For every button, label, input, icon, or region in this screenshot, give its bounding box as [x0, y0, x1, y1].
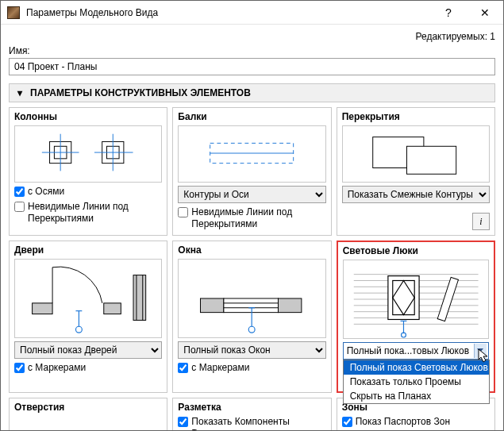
- chk-show-markup-box[interactable]: [178, 417, 188, 427]
- svg-point-33: [249, 326, 256, 333]
- card-doors: Двери: [9, 241, 167, 393]
- svg-rect-25: [279, 298, 302, 313]
- card-title: Отверстия: [14, 402, 162, 413]
- card-title: Перекрытия: [342, 111, 490, 122]
- card-columns: Колонны: [9, 107, 167, 236]
- skylights-combo-wrap: Полный пока...товых Люков Полный показ С…: [343, 342, 489, 360]
- chk-with-axes[interactable]: с Осями: [14, 186, 162, 198]
- dialog-content: Редактируемых: 1 Имя: ▾ ПАРАМЕТРЫ КОНСТР…: [1, 25, 503, 430]
- doors-combo[interactable]: Полный показ Дверей: [14, 341, 162, 359]
- card-beams: Балки Контуры и Оси Невидимые Линии под …: [172, 107, 331, 236]
- chevron-down-icon: ▾: [14, 87, 25, 98]
- chk-markers-doors-box[interactable]: [14, 363, 25, 373]
- svg-point-23: [75, 326, 82, 333]
- editable-count: Редактируемых: 1: [9, 29, 495, 45]
- window-title: Параметры Модельного Вида: [26, 7, 430, 18]
- svg-rect-14: [133, 275, 146, 321]
- windows-preview: [178, 259, 325, 338]
- name-input[interactable]: [9, 58, 495, 75]
- columns-preview: [14, 125, 162, 183]
- chk-hidden-lines-beams[interactable]: Невидимые Линии под Перекрытиями: [178, 206, 325, 230]
- card-title: Балки: [178, 111, 325, 122]
- svg-rect-28: [224, 298, 279, 313]
- app-icon: [7, 6, 20, 19]
- section-title: ПАРАМЕТРЫ КОНСТРУКТИВНЫХ ЭЛЕМЕНТОВ: [30, 87, 251, 98]
- card-title: Разметка: [178, 402, 325, 413]
- titlebar: Параметры Модельного Вида ? ✕: [1, 1, 503, 25]
- chk-with-axes-box[interactable]: [14, 187, 25, 197]
- svg-rect-13: [104, 303, 121, 314]
- svg-rect-11: [406, 146, 456, 174]
- chk-zone-stamps-box[interactable]: [342, 417, 352, 427]
- skylights-preview: [343, 260, 489, 339]
- skylights-combo[interactable]: Полный пока...товых Люков: [343, 342, 489, 360]
- chk-zone-stamps[interactable]: Показ Паспортов Зон: [342, 416, 490, 428]
- chk-markers-windows[interactable]: с Маркерами: [178, 362, 325, 374]
- chevron-down-icon: [474, 344, 487, 358]
- card-markup: Разметка Показать Компоненты Разметки: [172, 398, 331, 430]
- chk-hidden-lines-beams-box[interactable]: [178, 207, 188, 217]
- skylights-dropdown: Полный показ Световых Люков Показать тол…: [343, 360, 490, 404]
- chk-hidden-lines-columns[interactable]: Невидимые Линии под Перекрытиями: [14, 201, 162, 225]
- chk-hidden-lines-columns-box[interactable]: [14, 202, 25, 212]
- card-title: Световые Люки: [343, 245, 489, 256]
- card-openings: Отверстия: [9, 398, 167, 430]
- beams-combo[interactable]: Контуры и Оси: [178, 186, 325, 203]
- chk-markers-windows-box[interactable]: [178, 363, 188, 373]
- chk-show-markup[interactable]: Показать Компоненты Разметки: [178, 416, 325, 430]
- slabs-preview: [342, 125, 490, 183]
- info-button[interactable]: i: [472, 213, 490, 230]
- dropdown-item[interactable]: Скрыть на Планах: [344, 389, 489, 403]
- dialog-window: Параметры Модельного Вида ? ✕ Редактируе…: [0, 0, 504, 431]
- name-label: Имя:: [9, 45, 495, 56]
- svg-marker-50: [477, 348, 483, 352]
- section-header[interactable]: ▾ ПАРАМЕТРЫ КОНСТРУКТИВНЫХ ЭЛЕМЕНТОВ: [9, 83, 495, 102]
- cards-grid: Колонны: [9, 107, 495, 430]
- close-button[interactable]: ✕: [467, 1, 503, 25]
- svg-rect-24: [201, 298, 224, 313]
- card-windows: Окна: [172, 241, 331, 393]
- help-button[interactable]: ?: [430, 1, 467, 25]
- svg-rect-12: [33, 303, 52, 314]
- chk-markers-doors[interactable]: с Маркерами: [14, 362, 162, 374]
- windows-combo[interactable]: Полный показ Окон: [178, 341, 325, 359]
- beams-preview: [178, 125, 325, 183]
- dropdown-item[interactable]: Полный показ Световых Люков: [344, 360, 489, 375]
- svg-rect-44: [392, 280, 414, 314]
- card-title: Колонны: [14, 111, 162, 122]
- slabs-combo[interactable]: Показать Смежные Контуры: [342, 186, 490, 203]
- doors-preview: [14, 259, 162, 338]
- card-slabs: Перекрытия Показать Смежные Контуры i: [337, 107, 495, 236]
- card-title: Двери: [14, 244, 162, 256]
- dropdown-item[interactable]: Показать только Проемы: [344, 375, 489, 389]
- card-title: Окна: [178, 244, 325, 256]
- card-skylights: Световые Люки: [337, 241, 495, 393]
